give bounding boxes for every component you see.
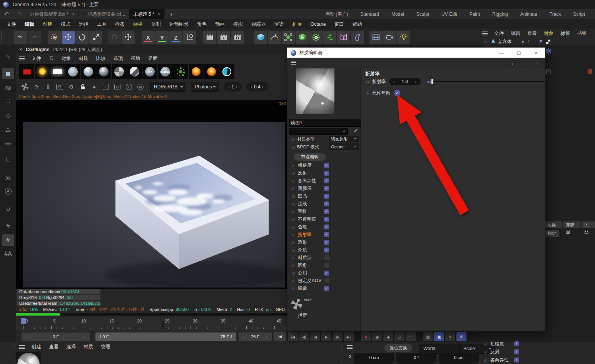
menubar-item[interactable]: 运动图形 [165, 21, 193, 28]
viewer-menu-item[interactable]: 云 [45, 55, 58, 62]
octane-toon-tile[interactable] [219, 64, 234, 79]
octane-daylight-tile[interactable] [35, 64, 50, 79]
channel-checkbox[interactable]: ✓ [324, 186, 329, 191]
reset-transform-button[interactable]: 复位变换 [384, 344, 413, 352]
snap-toggle-icon[interactable]: ◎ [2, 171, 14, 183]
channel-row[interactable]: 反射✓ [287, 169, 360, 177]
add-deformer-menu-button[interactable] [351, 31, 364, 44]
menubar-item[interactable]: 模拟 [229, 21, 247, 28]
channel-checkbox[interactable]: ✓ [324, 201, 329, 206]
frame-increment-icon[interactable]: › [264, 334, 269, 339]
channel-checkbox[interactable]: ✓ [514, 341, 519, 346]
minimal-interface-button[interactable]: ⊞ [456, 332, 466, 341]
channel-checkbox[interactable]: ✓ [324, 194, 329, 199]
render-settings-button[interactable] [231, 31, 244, 44]
brdf-mode-dropdown[interactable]: Octane [329, 143, 359, 150]
coordinate-system-button[interactable] [183, 31, 196, 44]
channel-row[interactable]: 材质层 [287, 254, 360, 261]
eyedropper-icon[interactable] [353, 128, 358, 134]
position-x-field[interactable] [354, 353, 394, 362]
octane-preview-ball-button[interactable]: ● [89, 82, 99, 92]
undo-history-icon[interactable]: ↶ [0, 9, 13, 19]
menubar-item[interactable]: 样条 [111, 21, 129, 28]
octane-camera-tile[interactable] [19, 64, 34, 79]
model-mode-icon[interactable]: ◼ [2, 68, 14, 79]
octane-metal-material-tile[interactable] [127, 64, 142, 79]
channel-row[interactable]: 置换✓ [287, 208, 360, 215]
keyframe-rotation-button[interactable]: ◠ [406, 332, 416, 341]
channel-row[interactable]: 折射率✓ [287, 231, 360, 238]
menubar-item[interactable]: 动画 [211, 21, 229, 28]
material-manager-menu-item[interactable]: 选择 [62, 344, 80, 350]
octane-focus-picker-button[interactable]: F [124, 82, 134, 92]
nav-back-icon[interactable]: ← [511, 60, 516, 66]
layer-icon[interactable]: ◆ [521, 40, 524, 43]
channel-checkbox[interactable]: ✓ [324, 217, 329, 222]
last-tool-button[interactable] [108, 31, 121, 44]
autokeying-button[interactable]: ◉ [372, 332, 382, 341]
decrement-icon[interactable]: ‹ [249, 84, 254, 90]
lock-z-axis-button[interactable]: Z [169, 31, 182, 44]
frame-decrement-icon[interactable]: ‹ [25, 334, 29, 339]
viewer-menu-item[interactable]: 对象 [58, 55, 75, 62]
workspace-button[interactable]: Standard [360, 12, 379, 17]
goto-end-button[interactable]: ▶| [344, 332, 354, 341]
workspace-button[interactable]: Model [391, 12, 404, 17]
channel-checkbox[interactable]: ✓ [324, 286, 329, 291]
increment-icon[interactable]: › [261, 84, 265, 90]
octane-reset-button[interactable]: R [55, 82, 65, 92]
menubar-item[interactable]: 窗口 [330, 21, 348, 28]
toolbar-grip[interactable] [1, 31, 3, 44]
nav-up-icon[interactable]: ↑ [536, 60, 539, 66]
menubar-item[interactable]: 角色 [193, 21, 211, 28]
edge-mode-icon[interactable]: ◇ [2, 109, 14, 121]
workspace-button[interactable]: Paint [470, 12, 480, 17]
workspace-button[interactable]: Track [550, 12, 561, 17]
render-viewport[interactable]: 192 [16, 100, 287, 289]
tab-close-icon[interactable]: × [72, 12, 75, 17]
make-editable-icon[interactable]: ✎ [2, 51, 14, 62]
decrement-icon[interactable]: ‹ [227, 84, 231, 90]
workplane-mode-icon[interactable]: ▬ [2, 137, 14, 148]
channel-row[interactable]: 粗糙度✓ [479, 340, 595, 348]
object-manager-menu-item[interactable]: 标签 [557, 30, 573, 37]
menubar-item[interactable]: 工具 [93, 21, 111, 28]
render-picture-viewer-button[interactable] [217, 31, 230, 44]
channel-row[interactable]: 各向异性✓ [287, 177, 360, 184]
rotation-p-field[interactable] [396, 362, 435, 364]
range-start-handle[interactable]: ‖ [99, 335, 102, 339]
channel-checkbox[interactable]: ✓ [324, 232, 329, 237]
object-item-cube[interactable]: 立方体 [498, 38, 511, 45]
octane-diffuse-material-tile[interactable] [65, 64, 80, 79]
channel-row[interactable]: 编辑✓ [287, 284, 360, 292]
render-flag-icon[interactable] [539, 39, 544, 44]
menubar-item[interactable]: 跟踪器 [247, 21, 270, 28]
add-array-menu-button[interactable] [369, 31, 383, 44]
nav-forward-icon[interactable]: → [523, 60, 529, 66]
object-manager-menu-item[interactable]: 编辑 [507, 30, 524, 37]
redo-button[interactable] [28, 31, 41, 44]
node-editor-button[interactable]: 节点编辑 [294, 153, 326, 161]
keyframe-parameter-button[interactable]: ▦ [423, 332, 433, 341]
object-manager-menu-item[interactable]: 对象 [540, 30, 557, 37]
axis-mode-icon[interactable]: ∟ [2, 154, 14, 165]
octane-restart-render-button[interactable]: ⟳ [32, 82, 42, 92]
goto-start-button[interactable]: |◀ [274, 332, 286, 341]
viewer-menu-item[interactable]: 帮助 [127, 55, 144, 62]
viewer-menu-item[interactable]: 比较 [92, 55, 110, 62]
channel-row[interactable]: 薄膜层✓ [287, 184, 360, 192]
viewer-menu-item[interactable]: 文件 [28, 55, 45, 62]
octane-settings-button[interactable]: ⚙ [66, 82, 76, 92]
polygon-mode-icon[interactable]: △ [2, 123, 14, 135]
menubar-item[interactable]: 选择 [75, 21, 93, 28]
channel-checkbox[interactable] [324, 278, 330, 284]
slider-handle[interactable] [431, 79, 433, 84]
add-generator-menu-button[interactable] [296, 31, 309, 44]
octane-logo-button[interactable] [20, 82, 30, 92]
channel-row[interactable]: 圆角 [287, 261, 360, 269]
keyframe-position-button[interactable]: ◆ [383, 332, 393, 341]
octane-lock-resolution-button[interactable] [78, 82, 88, 92]
lock-y-axis-button[interactable]: Y [155, 31, 169, 44]
octane-mix-material-tile[interactable]: MIX [142, 64, 157, 79]
move-tool-button[interactable] [62, 31, 75, 44]
